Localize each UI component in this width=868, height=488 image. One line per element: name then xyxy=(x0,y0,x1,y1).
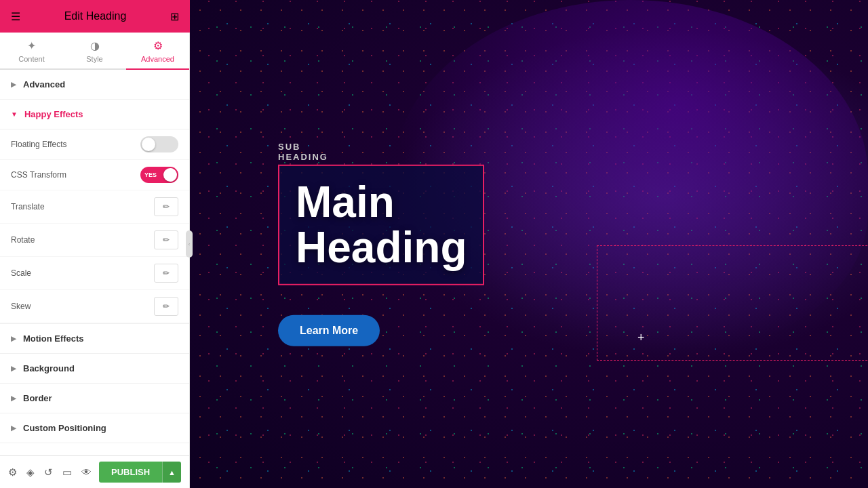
translate-edit-button[interactable]: ✏ xyxy=(154,197,178,216)
main-heading: MainHeading xyxy=(296,180,467,270)
chevron-custom-positioning: ▶ xyxy=(11,424,16,432)
chevron-background: ▶ xyxy=(11,365,16,372)
translate-row: Translate ✏ xyxy=(0,190,189,224)
grid-icon[interactable]: ⊞ xyxy=(170,10,179,23)
tab-style[interactable]: ◑ Style xyxy=(63,33,126,70)
floating-effects-toggle[interactable]: NO xyxy=(140,136,178,152)
translate-label: Translate xyxy=(11,202,45,211)
css-transform-row: CSS Transform YES xyxy=(0,160,189,190)
sub-heading: SUBHEADING xyxy=(278,142,484,162)
section-happy-effects[interactable]: ▼ Happy Effects xyxy=(0,100,189,129)
chevron-happy-effects: ▼ xyxy=(11,110,18,118)
content-area[interactable]: SUBHEADING MainHeading Learn More xyxy=(278,142,484,346)
scale-label: Scale xyxy=(11,268,31,278)
skew-row: Skew ✏ xyxy=(0,290,189,323)
skew-edit-button[interactable]: ✏ xyxy=(154,297,178,316)
add-element-icon[interactable]: + xyxy=(637,331,645,345)
rotate-label: Rotate xyxy=(11,235,35,245)
scale-edit-button[interactable]: ✏ xyxy=(154,264,178,283)
section-advanced[interactable]: ▶ Advanced xyxy=(0,70,189,100)
skew-label: Skew xyxy=(11,302,31,311)
publish-arrow-button[interactable]: ▲ xyxy=(162,462,181,483)
chevron-advanced: ▶ xyxy=(11,81,16,88)
device-icon[interactable]: ▭ xyxy=(62,466,72,479)
heading-box[interactable]: MainHeading xyxy=(278,165,484,285)
section-custom-positioning[interactable]: ▶ Custom Positioning xyxy=(0,413,189,443)
floating-effects-row: Floating Effects NO xyxy=(0,129,189,160)
sidebar-resize-handle[interactable]: ‹ xyxy=(186,230,193,258)
publish-button[interactable]: PUBLISH xyxy=(99,462,162,483)
tab-advanced[interactable]: ⚙ Advanced xyxy=(126,33,189,70)
rotate-edit-button[interactable]: ✏ xyxy=(154,230,178,249)
advanced-icon: ⚙ xyxy=(153,39,163,52)
learn-more-button[interactable]: Learn More xyxy=(278,315,380,346)
history-icon[interactable]: ↺ xyxy=(44,466,53,479)
topbar: ☰ Edit Heading ⊞ xyxy=(0,0,190,33)
bottom-icons: ⚙ ◈ ↺ ▭ 👁 xyxy=(8,466,92,479)
section-background[interactable]: ▶ Background xyxy=(0,354,189,384)
menu-icon[interactable]: ☰ xyxy=(11,10,20,23)
css-transform-label: CSS Transform xyxy=(11,170,66,180)
chevron-motion-effects: ▶ xyxy=(11,335,16,342)
toggle-knob xyxy=(142,138,155,151)
content-icon: ✦ xyxy=(27,39,36,52)
section-border[interactable]: ▶ Border xyxy=(0,384,189,413)
style-icon: ◑ xyxy=(90,39,100,52)
topbar-title: Edit Heading xyxy=(64,10,127,22)
eye-icon[interactable]: 👁 xyxy=(81,466,92,479)
canvas: SUBHEADING MainHeading Learn More + xyxy=(190,0,868,488)
scale-row: Scale ✏ xyxy=(0,257,189,290)
layers-icon[interactable]: ◈ xyxy=(26,466,35,479)
css-transform-toggle[interactable]: YES xyxy=(140,167,178,183)
sidebar: ☰ Edit Heading ⊞ ✦ Content ◑ Style ⚙ Adv… xyxy=(0,0,190,488)
publish-group: PUBLISH ▲ xyxy=(99,462,181,483)
tab-content[interactable]: ✦ Content xyxy=(0,33,63,70)
happy-effects-body: Floating Effects NO CSS Transform YES xyxy=(0,129,189,324)
toggle-knob-on xyxy=(163,168,177,182)
tab-bar: ✦ Content ◑ Style ⚙ Advanced xyxy=(0,33,189,70)
chevron-border: ▶ xyxy=(11,394,16,402)
rotate-row: Rotate ✏ xyxy=(0,224,189,257)
sidebar-content: ▶ Advanced ▼ Happy Effects Floating Effe… xyxy=(0,70,189,455)
section-motion-effects[interactable]: ▶ Motion Effects xyxy=(0,324,189,354)
bottom-bar: ⚙ ◈ ↺ ▭ 👁 PUBLISH ▲ xyxy=(0,455,189,488)
floating-effects-label: Floating Effects xyxy=(11,140,67,149)
settings-icon[interactable]: ⚙ xyxy=(8,466,17,479)
